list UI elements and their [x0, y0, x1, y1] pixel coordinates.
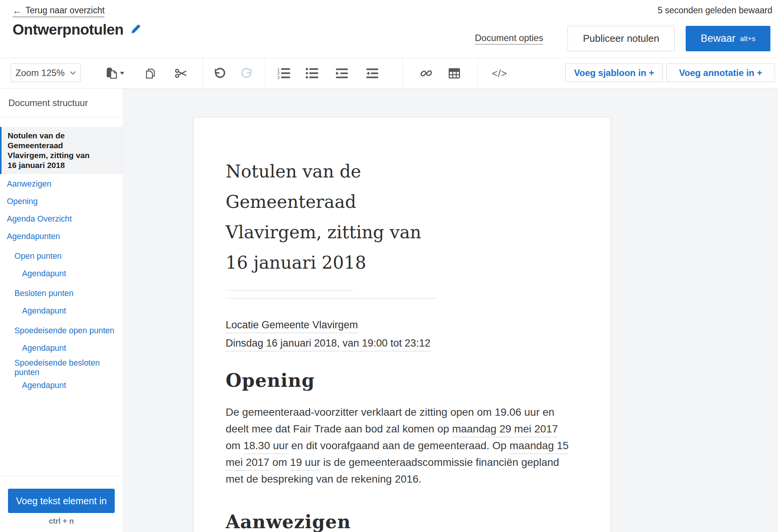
- insert-annotation-button[interactable]: Voeg annotatie in +: [666, 63, 775, 82]
- editable-field-text[interactable]: maandag 15: [509, 440, 569, 454]
- indent-button[interactable]: [334, 64, 350, 82]
- indent-icon: [335, 67, 349, 79]
- document-title[interactable]: Notulen van de Gemeenteraad Vlavirgem, z…: [226, 156, 583, 278]
- text-run: en dit voorafgaand aan de gemeenteraad. …: [288, 440, 509, 451]
- redo-icon: [240, 67, 253, 80]
- toolbar-divider: [478, 58, 478, 88]
- copy-button[interactable]: [142, 64, 159, 82]
- back-arrow-icon: ←: [13, 6, 22, 15]
- bullet-list-icon: [305, 67, 319, 79]
- document-title-line: Notulen van de: [226, 156, 583, 187]
- opening-paragraph[interactable]: De gemeenteraad-voorzitter verklaart de …: [226, 404, 598, 488]
- text-run: met de bespreking van de rekening 2016.: [226, 473, 421, 485]
- svg-text:3: 3: [277, 75, 280, 79]
- document-title-line: 16 januari 2018: [226, 247, 583, 278]
- bullet-list-button[interactable]: [304, 64, 321, 82]
- text-run: deelt mee dat Fair Trade aan bod zal kom…: [226, 423, 452, 435]
- chevron-down-icon: [70, 71, 76, 75]
- document-page[interactable]: Notulen van de Gemeenteraad Vlavirgem, z…: [193, 117, 611, 532]
- paste-icon: [105, 67, 118, 80]
- ordered-list-icon: 1 2 3: [277, 67, 291, 79]
- publish-minutes-button[interactable]: Publiceer notulen: [568, 26, 675, 51]
- toolbar-divider: [202, 58, 203, 88]
- document-structure-panel: Document structuur Notulen van de Gemeen…: [0, 89, 123, 532]
- undo-button[interactable]: [211, 64, 228, 82]
- editable-field-text[interactable]: Dinsdag 16 januari 2018,: [226, 337, 340, 352]
- back-to-overview-link[interactable]: ← Terug naar overzicht: [13, 5, 104, 17]
- opening-heading[interactable]: Opening: [226, 370, 315, 391]
- text-run: De gemeenteraad-voorzitter verklaart de …: [226, 406, 554, 418]
- paragraph-line: De gemeenteraad-voorzitter verklaart de …: [226, 404, 598, 421]
- paragraph-line: met de bespreking van de rekening 2016.: [226, 471, 598, 488]
- datetime-line[interactable]: Dinsdag 16 januari 2018, van 19:00 tot 2…: [226, 336, 430, 351]
- sidebar-item[interactable]: Spoedeisende open punten: [0, 322, 123, 339]
- app-header: ← Terug naar overzicht Ontwerpnotulen 5 …: [0, 0, 778, 58]
- editable-field-text[interactable]: mei 2017: [226, 456, 269, 471]
- cut-button[interactable]: [172, 64, 189, 82]
- editable-field-text[interactable]: van 19:00 tot 23:12: [343, 337, 430, 352]
- copy-icon: [144, 67, 157, 80]
- text-run: is de gemeenteraadscommissie financiën g…: [320, 456, 559, 468]
- sidebar-item-active[interactable]: Notulen van de Gemeenteraad Vlavirgem, z…: [0, 127, 123, 174]
- redo-button[interactable]: [239, 64, 255, 82]
- title-separator-rule: [226, 298, 436, 299]
- sidebar-item[interactable]: Spoedeisende besloten punten: [0, 359, 123, 377]
- code-view-button[interactable]: </>: [489, 64, 510, 82]
- sidebar-item[interactable]: Agendapunt: [0, 302, 123, 320]
- paste-caret-icon: [120, 72, 124, 75]
- undo-icon: [213, 67, 226, 80]
- sidebar-item[interactable]: Opening: [0, 193, 123, 210]
- editable-field-text[interactable]: 19 uur: [290, 456, 320, 471]
- toolbar-divider: [402, 58, 403, 88]
- sidebar-item[interactable]: Agendapunt: [0, 339, 123, 357]
- sidebar-item[interactable]: Agendapunt: [0, 377, 123, 394]
- save-button[interactable]: Bewaar alt+s: [686, 26, 770, 51]
- aanwezigen-heading[interactable]: Aanwezigen: [226, 511, 351, 532]
- toolbar-divider: [265, 58, 266, 88]
- editor-canvas: Notulen van de Gemeenteraad Vlavirgem, z…: [123, 89, 778, 532]
- table-icon: [448, 67, 461, 80]
- link-button[interactable]: [418, 64, 435, 82]
- sidebar-item[interactable]: Agendapunt: [0, 265, 123, 282]
- document-options-link[interactable]: Document opties: [475, 33, 543, 44]
- save-status: 5 seconden geleden bewaard: [658, 5, 772, 16]
- sidebar-tree: Notulen van de Gemeenteraad Vlavirgem, z…: [0, 118, 123, 476]
- sidebar-item[interactable]: Besloten punten: [0, 285, 123, 302]
- link-icon: [420, 67, 433, 80]
- save-shortcut-hint: alt+s: [740, 35, 756, 43]
- editable-field-text[interactable]: 18.30 uur: [244, 440, 288, 454]
- ordered-list-button[interactable]: 1 2 3: [276, 64, 293, 82]
- text-run: [340, 337, 343, 349]
- editable-field-text[interactable]: maandag 29 mei 2017: [452, 423, 558, 437]
- field-underline: [226, 290, 353, 291]
- app: ← Terug naar overzicht Ontwerpnotulen 5 …: [0, 0, 778, 532]
- sidebar-footer: Voeg tekst element in ctrl + n: [0, 476, 123, 532]
- zoom-dropdown-label: Zoom 125%: [16, 68, 65, 78]
- paragraph-line: mei 2017 om 19 uur is de gemeenteraadsco…: [226, 454, 598, 471]
- save-button-label: Bewaar: [701, 33, 735, 44]
- cut-icon: [174, 67, 187, 80]
- editable-field-text[interactable]: Locatie Gemeente Vlavirgem: [226, 319, 358, 333]
- insert-text-element-button[interactable]: Voeg tekst element in: [8, 489, 115, 513]
- zoom-dropdown[interactable]: Zoom 125%: [11, 63, 81, 82]
- editor-toolbar: Zoom 125%: [0, 58, 778, 89]
- location-line[interactable]: Locatie Gemeente Vlavirgem: [226, 317, 358, 332]
- outdent-button[interactable]: [364, 64, 381, 82]
- sidebar-item[interactable]: Open punten: [0, 247, 123, 265]
- paragraph-line: om 18.30 uur en dit voorafgaand aan de g…: [226, 437, 598, 454]
- paragraph-line: deelt mee dat Fair Trade aan bod zal kom…: [226, 421, 598, 437]
- table-button[interactable]: [446, 64, 463, 82]
- insert-template-button[interactable]: Voeg sjabloon in +: [565, 63, 663, 82]
- text-run: om: [269, 456, 290, 468]
- paste-button[interactable]: [100, 64, 130, 82]
- sidebar-item[interactable]: Agenda Overzicht: [0, 210, 123, 228]
- sidebar-item[interactable]: Aanwezigen: [0, 175, 123, 193]
- code-icon: </>: [492, 68, 508, 79]
- edit-pencil-icon[interactable]: [130, 24, 141, 35]
- page-title: Ontwerpnotulen: [13, 21, 123, 38]
- sidebar-item[interactable]: Agendapunten: [0, 228, 123, 245]
- document-structure-title: Document structuur: [0, 89, 123, 117]
- back-link-label: Terug naar overzicht: [25, 5, 104, 16]
- text-run: om: [226, 440, 244, 451]
- outdent-icon: [365, 67, 379, 79]
